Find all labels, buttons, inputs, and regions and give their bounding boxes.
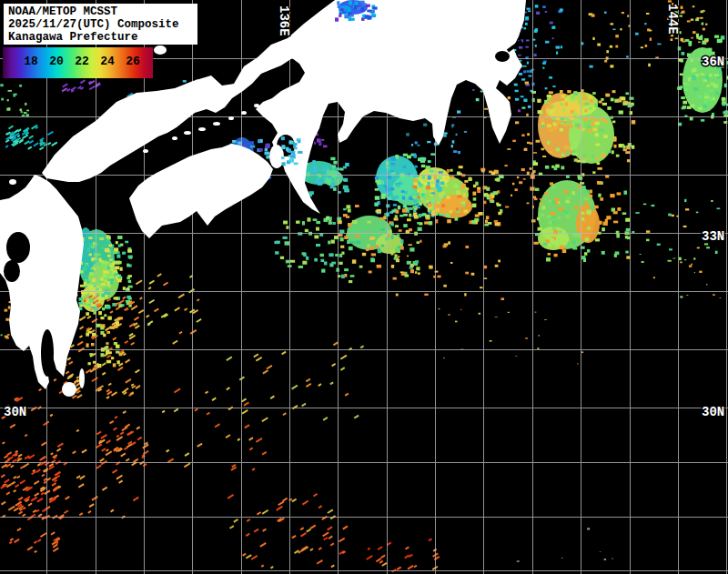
sst-dot: [329, 221, 333, 224]
sst-dot: [693, 5, 695, 7]
sst-dot: [380, 196, 385, 199]
sst-dot: [345, 163, 349, 166]
sst-dot: [567, 118, 571, 122]
sst-dot: [421, 165, 425, 167]
sst-dot: [693, 257, 695, 259]
sst-dot: [612, 29, 615, 31]
sst-dot: [577, 363, 578, 364]
sst-dot: [545, 87, 548, 89]
sst-dot: [418, 227, 422, 231]
sst-dot: [604, 12, 607, 14]
sst-dot: [561, 108, 565, 111]
sst-dot: [416, 267, 420, 270]
sst-dot: [715, 251, 718, 254]
sst-dot: [338, 5, 341, 8]
sst-dot: [584, 196, 589, 200]
sst-dot: [527, 8, 531, 10]
sst-dot: [349, 15, 354, 17]
sst-dot: [704, 92, 708, 95]
sst-dot: [100, 277, 103, 281]
sst-dot: [561, 558, 562, 559]
sst-dot: [541, 118, 544, 122]
sst-dot: [280, 257, 284, 259]
sst-dot: [528, 106, 531, 108]
sst-dot: [536, 12, 540, 15]
sst-dot: [552, 200, 556, 204]
sst-dot: [518, 55, 521, 56]
island: [228, 116, 234, 120]
sst-dot: [490, 340, 492, 342]
sst-dot: [429, 267, 432, 269]
sst-dot: [402, 184, 405, 187]
sst-dot: [685, 208, 689, 210]
sst-dot: [556, 46, 560, 49]
sst-dot: [589, 96, 592, 99]
sst-dot: [407, 218, 411, 221]
sst-dot: [490, 200, 494, 203]
sst-dot: [356, 241, 360, 245]
sst-dot: [587, 528, 590, 529]
sst-dot: [107, 317, 111, 320]
sst-dot: [402, 208, 407, 212]
sst-dot: [349, 280, 352, 283]
sst-dot: [356, 235, 359, 238]
sst-dot: [514, 188, 517, 191]
sst-dot: [464, 180, 468, 183]
sst-dot: [691, 264, 693, 266]
sst-dot: [533, 162, 538, 166]
grid-label: 136E: [277, 5, 291, 36]
sst-dot: [448, 241, 450, 244]
sst-dot: [330, 186, 334, 189]
sst-dot: [428, 160, 431, 163]
sst-dot: [588, 129, 592, 133]
sst-dot: [491, 195, 495, 198]
sst-dot: [512, 183, 514, 186]
sst-dot: [585, 230, 590, 233]
sst-dot: [576, 105, 580, 107]
sst-dot: [680, 86, 683, 88]
sst-dot: [426, 200, 429, 203]
sst-dot: [523, 178, 526, 180]
sst-dot: [585, 102, 589, 105]
sst-dot: [425, 194, 429, 197]
sst-dot: [684, 199, 686, 202]
sst-dot: [497, 204, 501, 206]
sst-dot: [498, 212, 501, 215]
sst-dot: [582, 94, 586, 96]
sst-dot: [390, 253, 393, 256]
sst-dot: [427, 141, 430, 143]
sst-dot: [439, 171, 443, 174]
sst-dot: [484, 266, 487, 268]
sst-dot: [650, 30, 652, 32]
sst-dot: [575, 124, 580, 127]
sst-dot: [390, 223, 393, 227]
sst-dot: [521, 134, 524, 136]
sst-dot: [548, 200, 551, 203]
sst-dot: [394, 217, 399, 220]
bay: [4, 260, 20, 282]
sst-dot: [641, 46, 643, 48]
sst-dot: [349, 247, 353, 250]
sst-dot: [21, 111, 23, 113]
sst-dot: [457, 110, 460, 113]
sst-dot: [518, 109, 521, 112]
sst-dot: [437, 276, 440, 278]
sst-dot: [606, 94, 611, 96]
sst-dot: [657, 44, 661, 45]
sst-dot: [537, 217, 540, 221]
sst-dot: [613, 211, 618, 214]
sst-dot: [106, 360, 111, 364]
sst-dot: [322, 168, 326, 172]
sst-dot: [401, 190, 405, 193]
sst-dot: [713, 84, 718, 87]
sst-dot: [567, 90, 571, 93]
sst-dot: [668, 0, 672, 2]
sst-dot: [512, 140, 516, 142]
sst-dot: [397, 234, 400, 237]
sst-dot: [592, 37, 594, 40]
sst-dot: [625, 218, 630, 222]
sst-dot: [682, 41, 685, 43]
sst-dot: [691, 105, 695, 108]
sst-dot: [527, 172, 530, 175]
sst-dot: [0, 84, 4, 86]
